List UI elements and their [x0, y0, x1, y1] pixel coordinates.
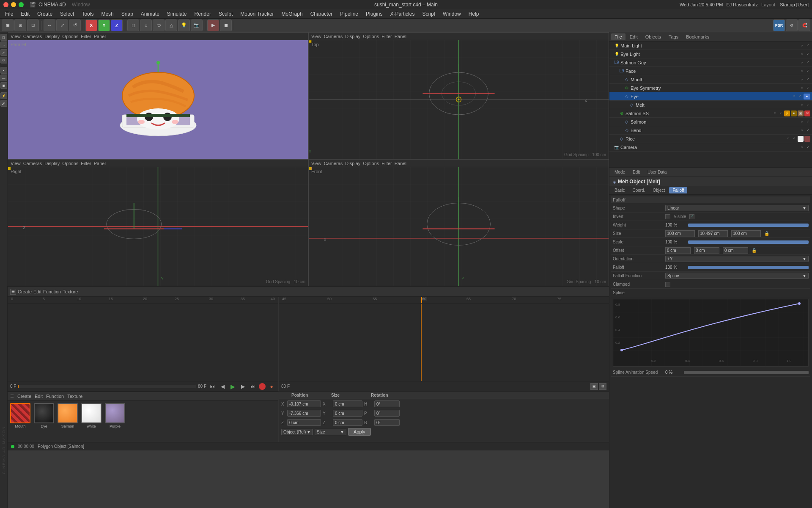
menu-help[interactable]: Help: [465, 10, 483, 18]
axis-x-btn[interactable]: X: [85, 19, 97, 31]
coord-z-pos[interactable]: [287, 419, 321, 426]
apply-button[interactable]: Apply: [348, 428, 371, 436]
vp-right-filter-tab[interactable]: Filter: [81, 161, 91, 166]
object-item-main-light[interactable]: 💡 Main Light ○ ✓: [609, 41, 812, 50]
obj-vis-btn-10[interactable]: ○: [799, 119, 804, 124]
object-item-camera[interactable]: 📷 Camera ○ ✓: [609, 143, 812, 152]
material-mouth[interactable]: Mouth: [10, 403, 30, 428]
object-item-eye-light[interactable]: 💡 Eye Light ○ ✓: [609, 50, 812, 58]
object-item-bend[interactable]: ◇ Bend ○ ✓: [609, 126, 812, 135]
obj-vis-btn-13[interactable]: ○: [799, 145, 804, 150]
obj-vis-btn-7[interactable]: ○: [792, 94, 797, 99]
vp-front-panel-tab[interactable]: Panel: [395, 161, 406, 166]
scale-tool-btn[interactable]: ⤢: [56, 19, 68, 31]
poly-left-btn[interactable]: ▣: [0, 82, 7, 89]
timeline-edit-btn[interactable]: Edit: [33, 289, 41, 294]
obj-render-btn-9[interactable]: ✓: [778, 110, 783, 116]
menu-window[interactable]: Window: [72, 2, 90, 8]
obj-vis-btn-3[interactable]: ○: [799, 60, 804, 65]
vp-right-display-tab[interactable]: Display: [44, 161, 60, 166]
menu-animate[interactable]: Animate: [137, 10, 163, 18]
menu-mesh[interactable]: Mesh: [98, 10, 117, 18]
attr-coord-tab[interactable]: Coord.: [629, 187, 648, 193]
scale-left-btn[interactable]: ⤢: [0, 49, 7, 56]
coord-mode-dropdown[interactable]: Object (Rel) ▼: [281, 429, 313, 435]
viewport-perspective[interactable]: View Cameras Display Options Filter Pane…: [8, 32, 308, 159]
om-edit-tab[interactable]: Edit: [626, 33, 641, 40]
point-mode-btn[interactable]: ⊡: [27, 19, 39, 31]
point-left-btn[interactable]: •: [0, 67, 7, 74]
vp-front-options-tab[interactable]: Options: [363, 161, 379, 166]
timeline-view2-btn[interactable]: ⊟: [599, 383, 606, 390]
material-eye[interactable]: Eye: [34, 403, 54, 428]
object-item-eye[interactable]: ◇ Eye ○ ✓ ●: [609, 92, 812, 101]
select-tool-btn[interactable]: ◻: [0, 34, 7, 41]
vp-right-options-tab[interactable]: Options: [62, 161, 78, 166]
record-btn[interactable]: [259, 383, 266, 390]
attr-offset-z-input[interactable]: [723, 247, 748, 254]
attr-visible-checkbox[interactable]: ✓: [689, 214, 694, 219]
menu-mograph[interactable]: MoGraph: [278, 10, 306, 18]
vp-top-options-tab[interactable]: Options: [363, 34, 379, 39]
obj-render-btn-11[interactable]: ✓: [805, 128, 810, 133]
material-create-tab[interactable]: Create: [17, 394, 31, 399]
attr-size-lock-icon[interactable]: 🔒: [764, 231, 769, 236]
vp-top-filter-tab[interactable]: Filter: [381, 34, 392, 39]
obj-vis-btn-4[interactable]: ○: [799, 69, 804, 74]
psr-btn[interactable]: PSR: [773, 19, 785, 31]
om-bookmarks-tab[interactable]: Bookmarks: [683, 33, 713, 40]
move-left-btn[interactable]: ↔: [0, 41, 7, 48]
material-expand-btn[interactable]: ☰: [10, 394, 14, 398]
vp-front-filter-tab[interactable]: Filter: [381, 161, 392, 166]
obj-render-btn-6[interactable]: ✓: [805, 86, 810, 91]
camera-btn[interactable]: 📷: [191, 19, 203, 31]
play-btn[interactable]: ▶: [228, 383, 237, 390]
vp-panel-tab[interactable]: Panel: [94, 34, 106, 39]
obj-render-btn-8[interactable]: ✓: [805, 102, 810, 108]
menu-motion-tracker[interactable]: Motion Tracker: [237, 10, 277, 18]
go-start-btn[interactable]: ⏮: [208, 383, 217, 390]
edge-left-btn[interactable]: —: [0, 75, 7, 81]
obj-render-btn-2[interactable]: ✓: [805, 52, 810, 57]
attr-userdata-tab[interactable]: User Data: [644, 169, 670, 175]
material-purple[interactable]: Purple: [105, 403, 125, 428]
minimize-btn[interactable]: [11, 2, 16, 7]
coord-btn[interactable]: ⚙: [786, 19, 798, 31]
menu-tools[interactable]: Tools: [78, 10, 97, 18]
attr-object-tab[interactable]: Object: [649, 187, 668, 193]
vp-top-panel-tab[interactable]: Panel: [395, 34, 406, 39]
move-tool-btn[interactable]: ↔: [44, 19, 55, 31]
material-texture-tab[interactable]: Texture: [67, 394, 82, 399]
attr-size-val-input[interactable]: [698, 230, 728, 237]
attr-shape-dropdown[interactable]: Linear ▼: [665, 205, 809, 211]
viewport-front[interactable]: View Cameras Display Options Filter Pane…: [308, 159, 609, 286]
vp-display-tab[interactable]: Display: [44, 34, 60, 39]
object-item-face[interactable]: L9 Face ○ ✓: [609, 67, 812, 75]
menu-create[interactable]: Create: [34, 10, 56, 18]
vp-options-tab[interactable]: Options: [62, 34, 78, 39]
coord-size-mode-dropdown[interactable]: Size ▼: [315, 429, 346, 435]
menu-file[interactable]: File: [2, 10, 16, 18]
light-btn[interactable]: 💡: [178, 19, 190, 31]
obj-render-btn-7[interactable]: ✓: [798, 94, 803, 99]
menu-sculpt[interactable]: Sculpt: [215, 10, 236, 18]
timeline-create-btn[interactable]: Create: [18, 289, 32, 294]
obj-vis-btn-2[interactable]: ○: [799, 52, 804, 57]
attr-orientation-dropdown[interactable]: +Y ▼: [665, 256, 809, 262]
menu-select[interactable]: Select: [57, 10, 77, 18]
attr-falloff-slider[interactable]: [688, 266, 809, 269]
obj-vis-btn-6[interactable]: ○: [799, 86, 804, 91]
obj-render-btn-13[interactable]: ✓: [805, 145, 810, 150]
menu-window[interactable]: Window: [439, 10, 464, 18]
obj-vis-btn-12[interactable]: ○: [786, 136, 791, 141]
render-view-btn[interactable]: ◼: [220, 19, 232, 31]
material-edit-tab[interactable]: Edit: [35, 394, 43, 399]
timeline-expand-btn[interactable]: ☰: [10, 289, 16, 295]
attr-scale-slider[interactable]: [688, 240, 809, 244]
attr-offset-x-input[interactable]: [665, 247, 691, 254]
object-item-salmon-ss[interactable]: ⊛ Salmon SS ○ ✓ ⚡ ■ ▣ ✕: [609, 109, 812, 118]
brush-btn[interactable]: 🖌: [0, 100, 7, 107]
attr-spline-speed-slider[interactable]: [684, 371, 809, 374]
obj-render-btn-10[interactable]: ✓: [805, 119, 810, 124]
attr-falloff-fn-dropdown[interactable]: Spline ▼: [665, 273, 809, 279]
